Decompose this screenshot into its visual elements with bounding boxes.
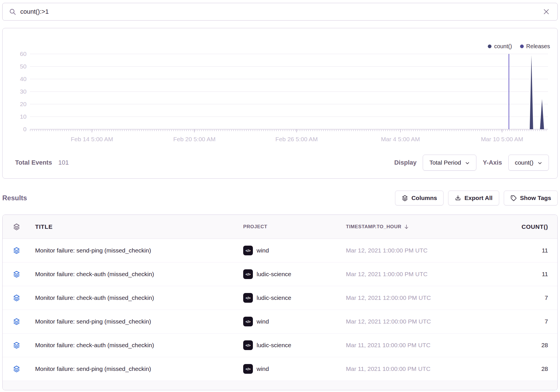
results-heading: Results	[2, 194, 27, 202]
close-icon	[543, 8, 550, 15]
event-title-link[interactable]: Monitor failure: send-ping (missed_check…	[31, 318, 243, 325]
search-icon	[9, 8, 16, 15]
count-cell: 7	[489, 318, 557, 325]
column-header-project[interactable]: PROJECT	[243, 224, 346, 230]
event-title-link[interactable]: Monitor failure: check-auth (missed_chec…	[31, 342, 243, 349]
total-events-label: Total Events	[15, 159, 52, 166]
search-input[interactable]	[20, 8, 541, 15]
y-axis-label: Y-Axis	[483, 159, 502, 166]
export-all-button[interactable]: Export All	[448, 191, 499, 205]
event-title-link[interactable]: Monitor failure: check-auth (missed_chec…	[31, 271, 243, 278]
code-icon: </>	[243, 317, 253, 326]
chart-footer: Total Events 101 Display Total Period Y-…	[3, 150, 557, 178]
project-name: ludic-science	[257, 294, 291, 301]
timestamp-cell: Mar 11, 2021 10:00:00 PM UTC	[346, 342, 489, 349]
project-cell: </> ludic-science	[243, 340, 346, 350]
columns-button-label: Columns	[411, 195, 437, 201]
event-title-link[interactable]: Monitor failure: send-ping (missed_check…	[31, 247, 243, 254]
project-name: ludic-science	[257, 342, 291, 349]
tag-icon	[510, 195, 517, 201]
svg-text:Feb 14 5:00 AM: Feb 14 5:00 AM	[71, 136, 113, 142]
svg-text:30: 30	[20, 88, 27, 95]
events-over-time-chart[interactable]: 0102030405060Feb 14 5:00 AMFeb 20 5:00 A…	[3, 28, 557, 144]
svg-text:Mar 10 5:00 AM: Mar 10 5:00 AM	[481, 136, 523, 142]
chevron-down-icon	[465, 161, 470, 165]
export-all-button-label: Export All	[464, 195, 492, 201]
event-title-link[interactable]: Monitor failure: check-auth (missed_chec…	[31, 294, 243, 301]
event-title-link[interactable]: Monitor failure: send-ping (missed_check…	[31, 365, 243, 372]
table-row[interactable]: Monitor failure: send-ping (missed_check…	[3, 310, 557, 334]
results-header: Results Columns Export All Show Tags	[2, 190, 558, 206]
show-tags-button-label: Show Tags	[520, 195, 551, 201]
table-header-row: TITLE PROJECT TIMESTAMP.TO_HOUR COUNT()	[3, 215, 557, 239]
table-row[interactable]: Monitor failure: check-auth (missed_chec…	[3, 262, 557, 286]
stack-icon	[402, 195, 408, 201]
display-label: Display	[394, 159, 416, 166]
table-row[interactable]: Monitor failure: check-auth (missed_chec…	[3, 334, 557, 357]
svg-text:20: 20	[20, 101, 27, 107]
count-cell: 7	[489, 294, 557, 301]
events-chart-panel: count() Releases 0102030405060Feb 14 5:0…	[2, 28, 558, 179]
svg-text:40: 40	[20, 76, 27, 82]
stack-icon	[3, 365, 31, 373]
project-cell: </> wind	[243, 246, 346, 255]
stack-icon	[3, 247, 31, 254]
display-select-value: Total Period	[429, 159, 461, 166]
project-name: wind	[257, 365, 269, 372]
sort-descending-icon	[404, 224, 409, 230]
chart-controls: Display Total Period Y-Axis count()	[394, 155, 549, 171]
project-name: wind	[257, 247, 269, 254]
stack-icon[interactable]	[3, 223, 31, 231]
results-actions: Columns Export All Show Tags	[395, 191, 558, 205]
total-events: Total Events 101	[15, 159, 69, 166]
chevron-down-icon	[537, 161, 542, 165]
y-axis-select-value: count()	[515, 159, 533, 166]
show-tags-button[interactable]: Show Tags	[504, 191, 558, 205]
timestamp-cell: Mar 12, 2021 1:00:00 PM UTC	[346, 271, 489, 278]
project-cell: </> ludic-science	[243, 269, 346, 279]
code-icon: </>	[243, 269, 253, 279]
download-icon	[455, 195, 461, 201]
y-axis-select[interactable]: count()	[508, 155, 549, 171]
timestamp-cell: Mar 12, 2021 1:00:00 PM UTC	[346, 247, 489, 254]
table-footer-strip	[3, 381, 557, 390]
timestamp-cell: Mar 12, 2021 12:00:00 PM UTC	[346, 294, 489, 301]
project-cell: </> ludic-science	[243, 293, 346, 303]
search-bar	[2, 3, 558, 21]
timestamp-cell: Mar 11, 2021 10:00:00 PM UTC	[346, 365, 489, 372]
column-header-count[interactable]: COUNT()	[489, 223, 557, 230]
columns-button[interactable]: Columns	[395, 191, 444, 205]
table-row[interactable]: Monitor failure: send-ping (missed_check…	[3, 239, 557, 262]
column-header-title[interactable]: TITLE	[31, 223, 243, 230]
table-row[interactable]: Monitor failure: send-ping (missed_check…	[3, 357, 557, 381]
clear-search-button[interactable]	[541, 7, 551, 17]
project-name: ludic-science	[257, 271, 291, 278]
project-name: wind	[257, 318, 269, 325]
svg-text:60: 60	[20, 50, 27, 57]
column-header-timestamp[interactable]: TIMESTAMP.TO_HOUR	[346, 224, 489, 230]
count-cell: 28	[489, 342, 557, 349]
stack-icon	[3, 270, 31, 278]
stack-icon	[3, 318, 31, 325]
project-cell: </> wind	[243, 364, 346, 374]
svg-text:10: 10	[20, 113, 27, 120]
svg-text:Mar 4 5:00 AM: Mar 4 5:00 AM	[381, 136, 420, 142]
results-table: TITLE PROJECT TIMESTAMP.TO_HOUR COUNT() …	[2, 215, 558, 390]
stack-icon	[3, 342, 31, 349]
code-icon: </>	[243, 364, 253, 374]
svg-text:0: 0	[23, 126, 27, 132]
table-row[interactable]: Monitor failure: check-auth (missed_chec…	[3, 286, 557, 310]
count-cell: 11	[489, 247, 557, 254]
display-select[interactable]: Total Period	[423, 155, 476, 171]
svg-text:50: 50	[20, 63, 27, 70]
svg-text:Feb 20 5:00 AM: Feb 20 5:00 AM	[173, 136, 215, 142]
code-icon: </>	[243, 340, 253, 350]
code-icon: </>	[243, 246, 253, 255]
timestamp-cell: Mar 12, 2021 12:00:00 PM UTC	[346, 318, 489, 325]
count-cell: 11	[489, 271, 557, 278]
stack-icon	[3, 294, 31, 302]
code-icon: </>	[243, 293, 253, 303]
count-cell: 28	[489, 365, 557, 372]
project-cell: </> wind	[243, 317, 346, 326]
svg-text:Feb 26 5:00 AM: Feb 26 5:00 AM	[275, 136, 318, 142]
